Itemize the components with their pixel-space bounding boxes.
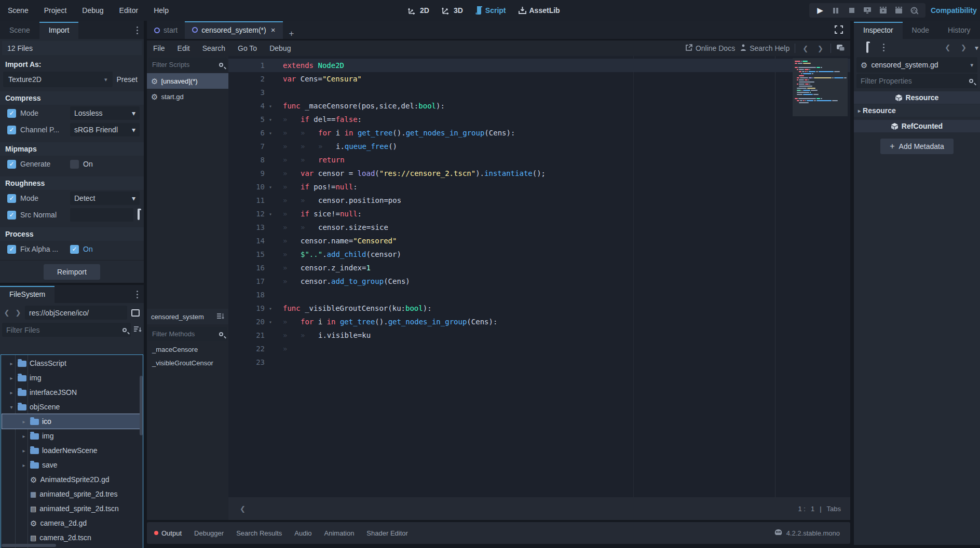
- property-checkbox[interactable]: ✓: [7, 160, 16, 169]
- fullscreen-icon[interactable]: [835, 25, 843, 35]
- menubar-item-project[interactable]: Project: [36, 6, 75, 15]
- code-line-15[interactable]: 15»$"..".add_child(censor): [228, 248, 850, 261]
- add-metadata-button[interactable]: + Add Metadata: [880, 139, 954, 154]
- bottom-panel-output[interactable]: Output: [158, 529, 188, 537]
- code-line-16[interactable]: 16»censor.z_index=1: [228, 261, 850, 275]
- float-panel-icon[interactable]: [836, 44, 845, 53]
- bottom-panel-shader-editor[interactable]: Shader Editor: [360, 529, 414, 537]
- group-resource[interactable]: ▸ Resource: [854, 104, 980, 117]
- tree-horizontal-scrollbar[interactable]: [2, 544, 56, 547]
- code-line-1[interactable]: 1extends Node2D: [228, 59, 850, 72]
- property-dropdown[interactable]: Lossless▾: [70, 106, 140, 120]
- code-line-14[interactable]: 14»censor.name="Censored": [228, 234, 850, 248]
- resource-extra-options-icon[interactable]: [883, 44, 885, 52]
- tab-import[interactable]: Import: [39, 22, 79, 39]
- chevron-right-icon[interactable]: ▸: [21, 448, 27, 454]
- fold-arrow-icon[interactable]: ▾: [265, 103, 276, 109]
- context-toggle-2d[interactable]: 2D: [404, 4, 433, 17]
- indent-mode[interactable]: Tabs: [827, 505, 841, 513]
- edited-resource-picker[interactable]: ⚙ censored_system.gd ▾: [856, 57, 977, 73]
- script-list-item[interactable]: ⚙start.gd: [147, 89, 228, 104]
- bottom-panel-animation[interactable]: Animation: [318, 529, 361, 537]
- code-line-21[interactable]: 21»»i.visible=ku: [228, 328, 850, 342]
- code-line-5[interactable]: 5▾»if del==false:: [228, 113, 850, 126]
- script-menu-debug[interactable]: Debug: [263, 44, 297, 52]
- code-line-20[interactable]: 20▾»for i in get_tree().get_nodes_in_gro…: [228, 315, 850, 328]
- menubar-item-editor[interactable]: Editor: [112, 6, 146, 15]
- filter-properties-input[interactable]: Filter Properties: [856, 74, 977, 88]
- menubar-item-scene[interactable]: Scene: [0, 6, 36, 15]
- file-tree-item-camera-2d-tscn[interactable]: ▤camera_2d.tscn: [2, 530, 141, 545]
- chevron-right-icon[interactable]: ▸: [8, 390, 15, 395]
- file-sort-icon[interactable]: [134, 326, 142, 334]
- code-line-8[interactable]: 8»»return: [228, 153, 850, 167]
- property-checkbox[interactable]: ✓: [7, 109, 16, 118]
- property-dropdown[interactable]: sRGB Friendl▾: [70, 123, 140, 136]
- chevron-down-icon[interactable]: ▾: [8, 404, 15, 410]
- chevron-right-icon[interactable]: ▸: [21, 462, 27, 468]
- code-minimap[interactable]: [793, 58, 848, 116]
- play-custom-scene-button[interactable]: [893, 4, 905, 17]
- method-item-visibleGroutCensor[interactable]: _visibleGroutCensor: [147, 356, 228, 369]
- dock-options-icon[interactable]: [137, 26, 139, 35]
- code-line-17[interactable]: 17»censor.add_to_group(Cens): [228, 275, 850, 288]
- code-line-4[interactable]: 4▾func _maceCensore(pos,sice,del:bool):: [228, 99, 850, 113]
- file-tree-item-animated-sprite-2d-tscn[interactable]: ▤animated_sprite_2d.tscn: [2, 501, 141, 516]
- script-tab-start[interactable]: start: [147, 22, 185, 39]
- script-menu-go-to[interactable]: Go To: [232, 44, 263, 52]
- search-help-button[interactable]: Search Help: [740, 44, 790, 52]
- file-tree-item-animatedsprite2d-gd[interactable]: ⚙AnimatedSprite2D.gd: [2, 472, 141, 487]
- inspector-back-icon[interactable]: ❮: [943, 44, 952, 51]
- tab-inspector[interactable]: Inspector: [854, 22, 903, 39]
- pause-button[interactable]: [829, 4, 842, 17]
- method-item-maceCensore[interactable]: _maceCensore: [147, 342, 228, 356]
- fold-arrow-icon[interactable]: ▾: [265, 130, 276, 136]
- method-sort-icon[interactable]: [217, 313, 224, 321]
- script-list-item[interactable]: ⚙[unsaved](*): [147, 73, 228, 89]
- script-tab-censored-system-[interactable]: censored_system(*)×: [185, 21, 282, 39]
- history-menu-icon[interactable]: ▾: [975, 44, 980, 52]
- split-mode-icon[interactable]: [131, 309, 140, 317]
- code-line-3[interactable]: 3: [228, 86, 850, 99]
- code-line-2[interactable]: 2var Cens="Censura": [228, 72, 850, 86]
- script-menu-edit[interactable]: Edit: [171, 44, 196, 52]
- file-tree-item-interfacejson[interactable]: ▸interfaceJSON: [2, 385, 141, 400]
- menubar-item-debug[interactable]: Debug: [74, 6, 111, 15]
- property-toggle[interactable]: [70, 160, 79, 169]
- property-checkbox[interactable]: ✓: [7, 194, 16, 203]
- movie-maker-icon[interactable]: [908, 4, 921, 17]
- remote-debug-icon[interactable]: [861, 4, 874, 17]
- menubar-item-help[interactable]: Help: [146, 6, 176, 15]
- reimport-button[interactable]: Reimport: [44, 264, 100, 280]
- code-line-22[interactable]: 22»: [228, 342, 850, 355]
- script-menu-file[interactable]: File: [147, 44, 171, 52]
- fold-arrow-icon[interactable]: ▾: [265, 306, 276, 311]
- context-toggle-script[interactable]: Script: [471, 4, 510, 17]
- bottom-panel-debugger[interactable]: Debugger: [188, 529, 230, 537]
- tab-node[interactable]: Node: [903, 22, 938, 39]
- property-checkbox[interactable]: ✓: [7, 211, 16, 220]
- current-path-field[interactable]: res://objScene/ico/: [25, 306, 127, 320]
- code-editor[interactable]: 1extends Node2D2var Cens="Censura"34▾fun…: [228, 56, 850, 497]
- code-line-23[interactable]: 23: [228, 355, 850, 369]
- property-dropdown[interactable]: Detect▾: [70, 191, 140, 205]
- property-toggle[interactable]: ✓: [70, 245, 79, 254]
- context-toggle-assetlib[interactable]: AssetLib: [514, 4, 564, 17]
- inspector-forward-icon[interactable]: ❯: [959, 44, 969, 51]
- load-resource-icon[interactable]: [866, 44, 868, 52]
- history-back-icon[interactable]: ❮: [2, 309, 11, 317]
- collapse-sidebar-icon[interactable]: ❮: [238, 505, 248, 513]
- chevron-right-icon[interactable]: ▸: [8, 361, 15, 366]
- fold-arrow-icon[interactable]: ▾: [265, 319, 276, 325]
- script-menu-search[interactable]: Search: [196, 44, 232, 52]
- script-forward-icon[interactable]: ❯: [815, 45, 825, 52]
- new-script-icon[interactable]: +: [283, 29, 301, 39]
- code-line-19[interactable]: 19▾func _visibleGroutCensor(ku:bool):: [228, 302, 850, 315]
- file-tree-item-save[interactable]: ▸save: [2, 458, 141, 472]
- chevron-right-icon[interactable]: ▸: [8, 375, 15, 381]
- file-tree-item-objscene[interactable]: ▾objScene: [2, 400, 141, 414]
- chevron-right-icon[interactable]: ▸: [21, 419, 27, 424]
- folder-icon[interactable]: [138, 211, 140, 219]
- context-toggle-3d[interactable]: 3D: [438, 4, 467, 17]
- code-line-13[interactable]: 13»»censor.size=sice: [228, 221, 850, 234]
